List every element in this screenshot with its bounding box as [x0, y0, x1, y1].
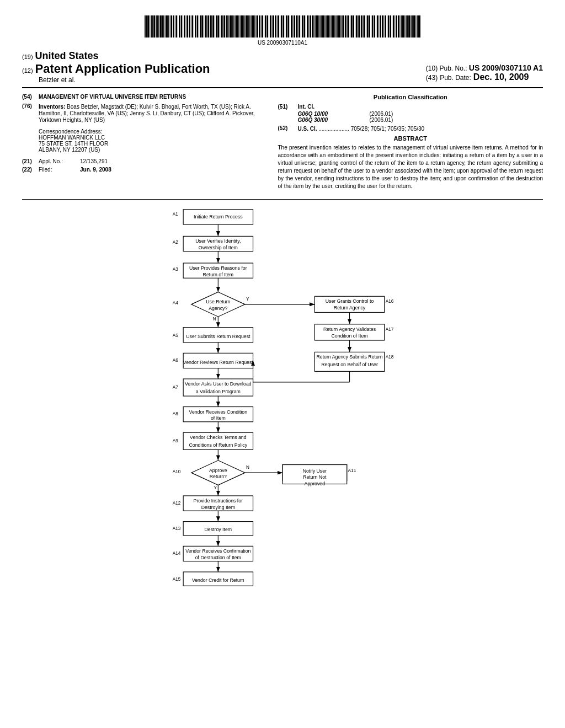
pub-date-value: Dec. 10, 2009: [473, 72, 529, 82]
node-A11-t3: Approved: [305, 481, 326, 486]
svg-rect-171: [417, 15, 418, 38]
int-cl-row-2: G06Q 30/00 (2006.01): [298, 117, 393, 123]
svg-rect-34: [199, 15, 199, 38]
inventors-short: Betzler et al.: [39, 76, 210, 84]
int-cl-date-1: (2006.01): [370, 111, 393, 117]
svg-rect-165: [407, 15, 408, 38]
pub-date-label: Pub. Date:: [440, 74, 471, 82]
svg-rect-140: [367, 15, 369, 38]
label-21: (21): [22, 158, 39, 164]
svg-rect-85: [280, 15, 280, 38]
svg-rect-35: [200, 15, 201, 38]
node-A2-text2: Ownership of Item: [199, 245, 238, 250]
node-A16-text2: Return Agency: [334, 305, 366, 311]
label-A4: A4: [173, 301, 179, 306]
svg-rect-82: [275, 15, 276, 38]
label-A10: A10: [173, 469, 181, 474]
node-A9-text2: Conditions of Return Policy: [189, 442, 248, 448]
svg-rect-127: [347, 15, 348, 38]
svg-rect-161: [401, 15, 402, 38]
svg-rect-107: [315, 15, 316, 38]
svg-rect-169: [413, 15, 415, 38]
label-A15: A15: [173, 577, 181, 582]
label-A6: A6: [173, 358, 179, 363]
svg-rect-50: [223, 15, 225, 38]
svg-rect-75: [264, 15, 264, 38]
filed-label: Filed:: [39, 167, 80, 173]
node-A12-text2: Destroying Item: [201, 505, 235, 510]
inventors-label: Inventors:: [39, 104, 65, 110]
svg-rect-150: [383, 15, 384, 38]
svg-rect-74: [262, 15, 263, 38]
svg-rect-71: [257, 15, 258, 38]
svg-rect-130: [351, 15, 353, 38]
svg-rect-76: [265, 15, 266, 38]
svg-rect-54: [230, 15, 232, 38]
svg-rect-100: [303, 15, 305, 38]
filed-value: Jun. 9, 2008: [80, 167, 111, 173]
svg-rect-86: [281, 15, 282, 38]
node-A12-text1: Provide Instructions for: [194, 498, 243, 504]
svg-rect-112: [322, 15, 324, 38]
label-A3: A3: [173, 267, 179, 272]
abstract-title: ABSTRACT: [278, 135, 543, 142]
svg-rect-110: [319, 15, 321, 38]
svg-rect-61: [241, 15, 243, 38]
appl-no-value: 12/135,291: [80, 158, 108, 164]
svg-rect-8: [157, 15, 158, 38]
svg-rect-118: [332, 15, 334, 38]
svg-rect-39: [206, 15, 207, 38]
svg-rect-125: [343, 15, 344, 38]
svg-rect-97: [299, 15, 300, 38]
svg-rect-141: [369, 15, 370, 38]
svg-rect-137: [363, 15, 364, 38]
svg-rect-162: [402, 15, 404, 38]
svg-rect-135: [359, 15, 360, 38]
svg-rect-113: [324, 15, 326, 38]
us-cl-numbers: 705/28; 705/1; 705/35; 705/30: [351, 126, 424, 132]
svg-rect-129: [350, 15, 350, 38]
node-A18-text1: Return Agency Submits Return: [316, 354, 382, 360]
page: // We'll just draw static bars inline: [0, 0, 565, 728]
int-cl-class-2: G06Q 30/00: [298, 117, 348, 123]
svg-rect-131: [353, 15, 354, 38]
svg-rect-134: [358, 15, 359, 38]
node-A10-text1: Approve: [209, 468, 227, 473]
svg-rect-69: [254, 15, 255, 38]
svg-rect-72: [259, 15, 260, 38]
int-cl-class-1: G06Q 10/00: [298, 111, 348, 117]
svg-rect-139: [366, 15, 366, 38]
pub-date-line: (43) Pub. Date: Dec. 10, 2009: [426, 72, 543, 82]
svg-rect-38: [205, 15, 206, 38]
svg-rect-170: [415, 15, 416, 38]
svg-rect-11: [162, 15, 163, 38]
abstract-block: ABSTRACT The present invention relates t…: [278, 135, 543, 190]
svg-rect-145: [376, 15, 376, 38]
filed-row: (22) Filed: Jun. 9, 2008: [22, 167, 267, 173]
label-52: (52): [278, 125, 298, 132]
svg-rect-77: [267, 15, 268, 38]
label-A16: A16: [386, 299, 394, 304]
svg-rect-7: [156, 15, 157, 38]
svg-rect-20: [176, 15, 177, 38]
svg-rect-70: [256, 15, 257, 38]
label-A18: A18: [386, 355, 394, 360]
svg-rect-148: [380, 15, 381, 38]
svg-rect-94: [294, 15, 295, 38]
svg-rect-14: [166, 15, 168, 38]
svg-rect-27: [187, 15, 188, 38]
node-A1-text: Initiate Return Process: [194, 214, 243, 220]
svg-rect-103: [308, 15, 309, 38]
label-A11: A11: [348, 468, 356, 473]
barcode-area: // We'll just draw static bars inline: [22, 11, 543, 40]
svg-rect-152: [387, 15, 387, 38]
svg-rect-158: [396, 15, 397, 38]
svg-rect-56: [233, 15, 234, 38]
flowchart-container: Initiate Return Process A1 User Verifies…: [22, 205, 543, 591]
svg-rect-1: [146, 15, 147, 38]
svg-rect-121: [337, 15, 338, 38]
svg-rect-91: [290, 15, 290, 38]
svg-rect-119: [334, 15, 335, 38]
label-A7: A7: [173, 385, 179, 390]
label-A9: A9: [173, 438, 179, 443]
